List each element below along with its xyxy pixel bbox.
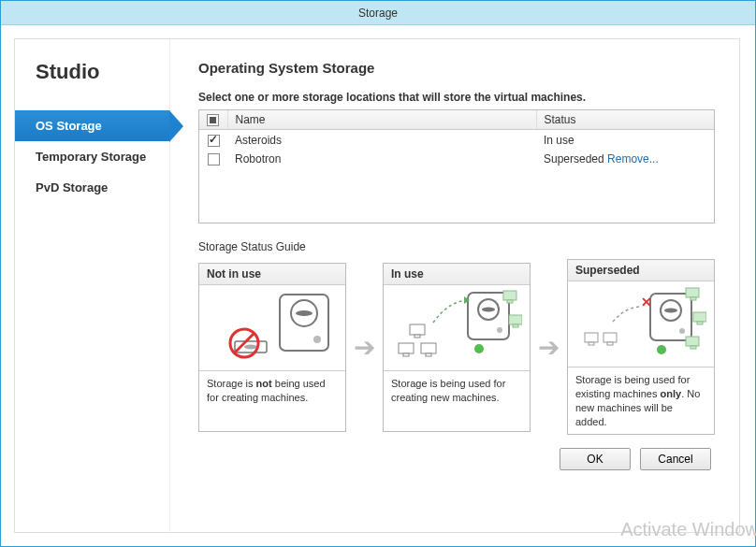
row-name: Asteroids bbox=[227, 130, 536, 150]
svg-point-23 bbox=[474, 344, 484, 353]
svg-point-10 bbox=[482, 308, 495, 312]
card-title: Not in use bbox=[199, 264, 345, 285]
dialog-footer: OK Cancel bbox=[198, 435, 715, 470]
guide-row: Not in use bbox=[198, 259, 715, 435]
svg-rect-18 bbox=[399, 343, 414, 353]
in-use-icon bbox=[391, 287, 522, 367]
storage-table: Name Status Asteroids In use bbox=[198, 109, 715, 223]
row-name: Robotron bbox=[227, 150, 536, 169]
svg-rect-13 bbox=[507, 300, 513, 303]
card-title: In use bbox=[384, 264, 530, 285]
svg-rect-21 bbox=[426, 353, 431, 356]
client-area: Studio OS Storage Temporary Storage PvD … bbox=[1, 25, 755, 546]
svg-text:✕: ✕ bbox=[641, 295, 652, 309]
svg-point-11 bbox=[497, 327, 502, 333]
row-status: In use bbox=[536, 130, 714, 150]
svg-rect-34 bbox=[585, 333, 598, 342]
nav-os-storage[interactable]: OS Storage bbox=[15, 110, 169, 141]
card-diagram bbox=[384, 285, 530, 371]
guide-card-in-use: In use bbox=[383, 263, 531, 432]
nav-label: PvD Storage bbox=[36, 180, 108, 194]
svg-point-27 bbox=[679, 328, 685, 334]
card-desc: Storage is not being used for creating m… bbox=[199, 371, 345, 431]
page-heading: Operating System Storage bbox=[198, 60, 715, 76]
ok-button[interactable]: OK bbox=[560, 448, 631, 470]
svg-rect-32 bbox=[686, 337, 699, 346]
svg-rect-15 bbox=[513, 324, 518, 327]
guide-title: Storage Status Guide bbox=[198, 240, 715, 253]
card-title: Superseded bbox=[568, 260, 714, 281]
svg-point-3 bbox=[313, 336, 321, 343]
remove-link[interactable]: Remove... bbox=[607, 152, 659, 166]
table-header-row: Name Status bbox=[199, 110, 714, 130]
cancel-button[interactable]: Cancel bbox=[640, 448, 711, 470]
desc-part: Storage is bbox=[207, 378, 256, 389]
row-checkbox[interactable] bbox=[208, 153, 220, 166]
svg-rect-12 bbox=[503, 291, 516, 300]
card-desc: Storage is being used for existing machi… bbox=[568, 367, 714, 434]
row-checkbox[interactable] bbox=[208, 135, 220, 147]
svg-rect-29 bbox=[691, 297, 696, 300]
svg-point-39 bbox=[657, 345, 666, 354]
table-row[interactable]: Robotron Superseded Remove... bbox=[199, 150, 714, 169]
card-desc: Storage is being used for creating new m… bbox=[384, 371, 530, 431]
card-diagram: ✕ bbox=[568, 281, 714, 367]
status-text: Superseded bbox=[544, 152, 604, 166]
page-subtitle: Select one or more storage locations tha… bbox=[198, 91, 715, 104]
app-title: Studio bbox=[15, 60, 169, 110]
card-diagram bbox=[199, 285, 345, 371]
svg-point-26 bbox=[664, 308, 677, 312]
svg-rect-20 bbox=[421, 343, 436, 353]
titlebar[interactable]: Storage bbox=[1, 1, 755, 25]
nav-pvd-storage[interactable]: PvD Storage bbox=[15, 172, 169, 203]
window-title: Storage bbox=[358, 7, 398, 20]
nav-label: OS Storage bbox=[36, 119, 102, 133]
svg-rect-19 bbox=[403, 353, 409, 356]
svg-point-5 bbox=[244, 345, 257, 350]
svg-rect-16 bbox=[410, 324, 425, 335]
nav-temporary-storage[interactable]: Temporary Storage bbox=[15, 141, 169, 172]
nav-label: Temporary Storage bbox=[36, 150, 146, 164]
content-frame: Studio OS Storage Temporary Storage PvD … bbox=[14, 38, 740, 533]
svg-rect-14 bbox=[509, 315, 522, 324]
arrow-right-icon: ➔ bbox=[354, 332, 375, 363]
svg-rect-30 bbox=[693, 312, 706, 322]
not-in-use-icon bbox=[207, 287, 338, 367]
main-panel: Operating System Storage Select one or m… bbox=[170, 39, 739, 532]
svg-rect-33 bbox=[691, 346, 696, 349]
svg-rect-31 bbox=[697, 322, 703, 324]
header-status[interactable]: Status bbox=[536, 110, 714, 130]
superseded-icon: ✕ bbox=[575, 284, 706, 365]
sidebar: Studio OS Storage Temporary Storage PvD … bbox=[15, 39, 170, 532]
svg-point-2 bbox=[296, 310, 313, 316]
desc-bold: not bbox=[256, 378, 272, 389]
guide-card-not-in-use: Not in use bbox=[198, 263, 346, 432]
table-row[interactable]: Asteroids In use bbox=[199, 130, 714, 150]
svg-rect-37 bbox=[607, 342, 613, 345]
desc-bold: only bbox=[661, 388, 682, 399]
dialog-window: Storage Studio OS Storage Temporary Stor… bbox=[0, 0, 756, 547]
tristate-checkbox-icon[interactable] bbox=[207, 114, 219, 126]
svg-rect-35 bbox=[589, 342, 594, 345]
status-text: In use bbox=[544, 134, 574, 147]
header-select-all[interactable] bbox=[199, 110, 227, 130]
row-status: Superseded Remove... bbox=[536, 150, 714, 169]
svg-rect-36 bbox=[603, 333, 617, 342]
svg-rect-28 bbox=[686, 288, 699, 297]
svg-rect-17 bbox=[414, 335, 420, 338]
header-name[interactable]: Name bbox=[227, 110, 536, 130]
guide-card-superseded: Superseded bbox=[567, 259, 715, 435]
arrow-right-icon: ➔ bbox=[538, 332, 560, 363]
